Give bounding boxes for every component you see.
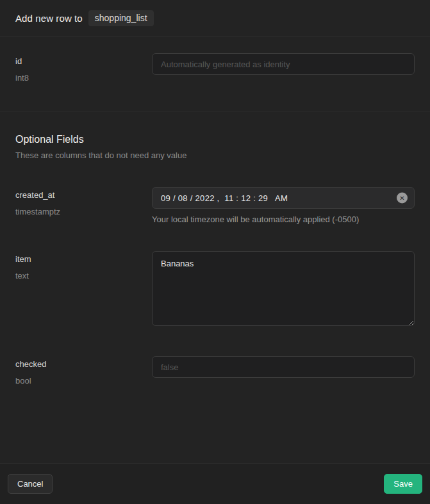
field-type-created-at: timestamptz — [15, 207, 152, 216]
cancel-button[interactable]: Cancel — [8, 474, 53, 494]
panel-footer: Cancel Save — [0, 463, 430, 504]
circle-x-icon[interactable]: ✕ — [397, 193, 408, 204]
required-fields-section: id int8 — [0, 37, 430, 111]
table-name-badge: shopping_list — [88, 10, 154, 26]
add-row-panel: Add new row to shopping_list id int8 Opt… — [0, 0, 430, 504]
optional-fields-section: Optional Fields These are columns that d… — [0, 111, 430, 463]
field-input-wrap-item: Bananas — [152, 251, 415, 329]
panel-title: Add new row to — [15, 13, 83, 24]
save-button[interactable]: Save — [384, 474, 422, 494]
field-name-created-at: created_at — [15, 190, 152, 200]
field-type-id: int8 — [15, 73, 152, 83]
panel-header: Add new row to shopping_list — [0, 0, 430, 37]
item-textarea[interactable]: Bananas — [152, 251, 415, 326]
optional-fields-subtitle: These are columns that do not need any v… — [15, 150, 415, 160]
created-at-datetime-input[interactable] — [152, 187, 415, 209]
field-input-wrap-id — [152, 53, 415, 75]
timezone-note: Your local timezone will be automaticall… — [152, 215, 415, 224]
optional-fields-title: Optional Fields — [15, 134, 415, 145]
checked-input[interactable] — [152, 356, 415, 378]
field-name-item: item — [15, 254, 152, 264]
field-type-checked: bool — [15, 376, 152, 386]
field-name-id: id — [15, 56, 152, 66]
field-row-item: item text Bananas — [15, 251, 415, 329]
id-input[interactable] — [152, 53, 415, 75]
field-type-item: text — [15, 271, 152, 280]
field-row-id: id int8 — [15, 53, 415, 83]
field-input-wrap-checked — [152, 356, 415, 378]
datetime-input-wrap: ✕ — [152, 187, 415, 209]
field-labels-id: id int8 — [15, 53, 152, 83]
field-labels-item: item text — [15, 251, 152, 280]
field-input-wrap-created-at: ✕ Your local timezone will be automatica… — [152, 187, 415, 224]
field-row-created-at: created_at timestamptz ✕ Your local time… — [15, 187, 415, 224]
field-labels-created-at: created_at timestamptz — [15, 187, 152, 216]
field-name-checked: checked — [15, 359, 152, 369]
field-row-checked: checked bool — [15, 356, 415, 386]
field-labels-checked: checked bool — [15, 356, 152, 386]
